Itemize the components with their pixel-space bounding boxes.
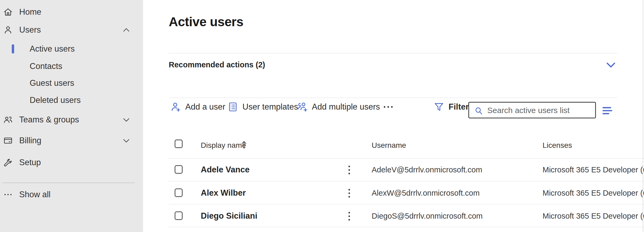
sidebar-item-label: Users [19,25,41,35]
sidebar-item-billing[interactable]: Billing [0,134,143,147]
row-more-actions-icon[interactable] [347,210,352,222]
sidebar: Home Users Active users Contacts Guest [0,0,143,232]
filter-button[interactable]: Filter [433,101,469,113]
recommended-actions-section[interactable]: Recommended actions (2) [169,59,617,72]
chevron-down-icon[interactable] [605,59,617,70]
row-checkbox[interactable] [175,165,183,174]
divider [169,98,617,98]
user-license: Microsoft 365 E5 Developer (withou [543,189,644,198]
sidebar-item-teams-groups[interactable]: Teams & groups [0,114,143,126]
row-checkbox[interactable] [175,188,183,197]
filter-label: Filter [449,102,469,112]
search-box [468,102,596,118]
column-header-display-name[interactable]: Display name [201,141,246,150]
search-icon [474,106,484,115]
home-icon [3,7,13,17]
select-all-checkbox[interactable] [175,140,183,148]
selected-indicator [12,44,14,53]
column-header-username[interactable]: Username [372,141,406,150]
column-header-licenses[interactable]: Licenses [543,141,572,150]
add-multiple-users-button[interactable]: Add multiple users [296,101,380,113]
filter-icon [433,101,445,113]
add-multiple-users-icon [296,101,308,113]
sort-ascending-icon [240,140,248,150]
add-user-label: Add a user [185,102,225,112]
sidebar-item-home[interactable]: Home [0,6,143,18]
ellipsis-icon [3,189,13,200]
recommended-actions-label: Recommended actions (2) [169,60,265,69]
divider [169,53,617,53]
sidebar-item-label: Contacts [30,61,62,71]
credit-card-icon [3,135,13,146]
more-options-icon [382,101,394,113]
user-templates-icon [227,101,239,113]
add-user-button[interactable]: Add a user [170,101,225,113]
sidebar-item-label: Deleted users [30,95,81,105]
chevron-up-icon[interactable] [122,26,131,34]
sidebar-item-label: Billing [19,136,41,145]
chevron-down-icon[interactable] [122,116,131,123]
user-icon [3,25,13,35]
sidebar-item-label: Show all [19,190,50,199]
sort-lines-icon[interactable] [602,105,616,117]
admin-center-active-users-page: Home Users Active users Contacts Guest [0,0,644,232]
user-templates-label: User templates [242,102,298,112]
page-title: Active users [169,14,244,29]
user-license: Microsoft 365 E5 Developer (withou [543,165,644,174]
table-header-row: Display name Username Licenses [169,134,644,159]
user-license: Microsoft 365 E5 Developer (withou [543,212,644,221]
sidebar-item-label: Guest users [30,78,74,88]
sidebar-divider [2,183,135,183]
user-username: AdeleV@5drrlv.onmicrosoft.com [372,165,482,174]
row-more-actions-icon[interactable] [347,164,352,176]
table-row[interactable]: Adele Vance AdeleV@5drrlv.onmicrosoft.co… [169,158,644,181]
sidebar-item-active-users[interactable]: Active users [0,43,143,55]
user-username: DiegoS@5drrlv.onmicrosoft.com [372,212,483,221]
user-display-name[interactable]: Diego Siciliani [201,211,257,221]
user-username: AlexW@5drrlv.onmicrosoft.com [372,189,480,198]
people-icon [3,114,13,125]
sidebar-item-setup[interactable]: Setup [0,156,143,169]
user-templates-button[interactable]: User templates [227,101,298,113]
add-multiple-users-label: Add multiple users [312,102,380,112]
row-checkbox[interactable] [175,211,183,220]
sidebar-item-deleted-users[interactable]: Deleted users [0,94,143,106]
add-user-icon [170,101,182,113]
sidebar-item-label: Teams & groups [19,115,79,125]
chevron-down-icon[interactable] [122,137,131,144]
wrench-icon [3,157,13,168]
more-options-button[interactable] [382,101,394,113]
user-display-name[interactable]: Alex Wilber [201,188,246,198]
table-row[interactable]: Alex Wilber AlexW@5drrlv.onmicrosoft.com… [169,181,644,204]
sidebar-item-contacts[interactable]: Contacts [0,60,143,72]
table-row[interactable]: Diego Siciliani DiegoS@5drrlv.onmicrosof… [169,204,644,227]
row-more-actions-icon[interactable] [347,187,352,199]
sidebar-item-label: Active users [30,44,75,54]
window-edge [643,0,643,232]
search-input[interactable] [487,103,595,118]
sidebar-item-label: Home [19,7,41,17]
sidebar-item-users[interactable]: Users [0,24,143,36]
sidebar-item-show-all[interactable]: Show all [0,188,143,201]
sidebar-item-label: Setup [19,158,41,167]
main-content: Active users Recommended actions (2) Add… [143,0,644,232]
user-display-name[interactable]: Adele Vance [201,165,250,175]
sidebar-item-guest-users[interactable]: Guest users [0,77,143,89]
